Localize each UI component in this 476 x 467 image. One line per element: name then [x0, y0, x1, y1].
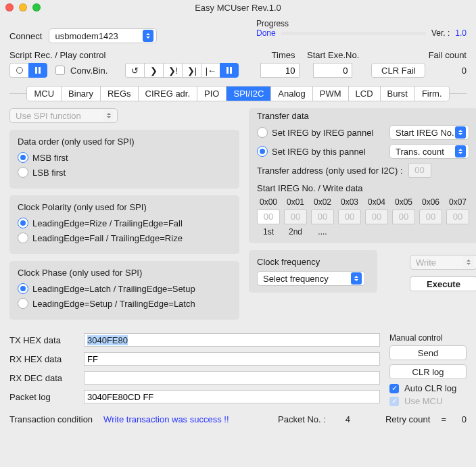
auto-clr-checkbox[interactable]: ✓: [389, 384, 399, 393]
tab-spi-i2c[interactable]: SPI/I2C: [227, 87, 271, 101]
rx-hex-label: RX HEX data: [9, 354, 77, 364]
chevron-updown-icon: [455, 126, 466, 139]
tab-pwm[interactable]: PWM: [313, 87, 349, 101]
progress-value: Done: [256, 28, 276, 38]
clr-fail-button[interactable]: CLR Fail: [371, 63, 425, 78]
tab-regs[interactable]: REGs: [101, 87, 139, 101]
clock-phase-label: Clock Phase (only used for SPI): [18, 268, 231, 278]
clock-freq-select[interactable]: Select frequency: [257, 271, 365, 286]
tab-cireg-adr-[interactable]: CIREG adr.: [139, 87, 197, 101]
start-exe-input[interactable]: [313, 63, 352, 78]
use-mcu-checkbox: ✓: [389, 397, 399, 406]
ireg-start-label: Start IREG No. / Write data: [257, 183, 469, 193]
titlebar: Easy MCUser Rev.1.0: [0, 0, 476, 15]
ireg-input: 00: [419, 210, 442, 224]
ireg-input: 00: [284, 210, 307, 224]
pol1-radio[interactable]: [18, 218, 28, 228]
tab-bar: MCUBinaryREGsCIREG adr.PIOSPI/I2CAnalogP…: [26, 86, 449, 101]
chevron-updown-icon: [463, 256, 474, 268]
clock-polarity-label: Clock Polarity (only used for SPI): [18, 202, 231, 212]
ireg-header: 0x02: [311, 197, 334, 207]
chevron-updown-icon: [103, 109, 114, 122]
port-select[interactable]: usbmodem1423: [49, 28, 157, 43]
packet-log-label: Packet log: [9, 392, 77, 402]
rx-hex-input[interactable]: [84, 352, 380, 366]
transfer-group: Transfer data Set IREG by IREG pannel St…: [249, 108, 476, 243]
packet-log-input[interactable]: [84, 390, 380, 403]
play-button[interactable]: ❯: [144, 63, 163, 78]
start-ireg-select[interactable]: Start IREG No.: [389, 125, 469, 140]
trans-cond-label: Transaction condition: [9, 414, 93, 424]
ireg-header: 0x06: [419, 197, 442, 207]
rec-pause-button[interactable]: [28, 63, 47, 78]
retry-label: Retry count: [385, 414, 430, 424]
spi-function-select[interactable]: Use SPI function: [9, 108, 118, 123]
tab-pio[interactable]: PIO: [197, 87, 227, 101]
ireg-header: 0x07: [446, 197, 469, 207]
progress-label: Progress: [256, 19, 467, 28]
clock-phase-group: Clock Phase (only used for SPI) LeadingE…: [9, 261, 239, 320]
packet-no-label: Packet No. :: [278, 414, 326, 424]
ireg-header: 0x00: [257, 197, 280, 207]
chevron-updown-icon: [143, 30, 153, 42]
conv-bin-checkbox[interactable]: [55, 66, 65, 75]
ireg-pannel-radio[interactable]: [257, 127, 268, 138]
ireg-input[interactable]: 00: [257, 210, 280, 224]
ireg-header: 0x01: [284, 197, 307, 207]
pha2-radio[interactable]: [18, 298, 28, 309]
step-next-button[interactable]: ❯|: [182, 63, 201, 78]
play-ex-button[interactable]: ❯!: [163, 63, 182, 78]
rec-section-label: Script Rec. / Play control: [9, 50, 260, 60]
loop-button[interactable]: ↺: [125, 63, 144, 78]
rx-dec-label: RX DEC data: [9, 373, 77, 383]
tab-firm-[interactable]: Firm.: [415, 87, 449, 101]
execute-button[interactable]: Execute: [410, 276, 476, 291]
rx-dec-input[interactable]: [84, 371, 380, 385]
ireg-value-row: 0000000000000000: [257, 210, 469, 224]
packet-no-value: 4: [337, 414, 350, 424]
times-input[interactable]: [260, 63, 300, 78]
tx-hex-label: TX HEX data: [9, 335, 77, 345]
tab-lcd[interactable]: LCD: [349, 87, 381, 101]
lsb-radio[interactable]: [18, 167, 28, 178]
ver-label: Ver. :: [431, 28, 450, 38]
clock-polarity-group: Clock Polarity (only used for SPI) Leadi…: [9, 195, 239, 254]
trans-count-select[interactable]: Trans. count: [389, 144, 469, 159]
data-order-label: Data order (only used for SPI): [18, 137, 231, 147]
chevron-updown-icon: [455, 145, 466, 157]
chevron-updown-icon: [351, 272, 362, 285]
ireg-input: 00: [446, 210, 469, 224]
clr-log-button[interactable]: CLR log: [389, 364, 467, 379]
ireg-header-row: 0x000x010x020x030x040x050x060x07: [257, 197, 469, 207]
port-value: usbmodem1423: [55, 31, 118, 41]
play-pause-button[interactable]: [220, 63, 239, 78]
ireg-header: 0x05: [392, 197, 415, 207]
pha1-radio[interactable]: [18, 283, 28, 294]
times-label: Times: [260, 50, 307, 60]
record-button[interactable]: [9, 63, 28, 78]
tab-analog[interactable]: Analog: [271, 87, 312, 101]
msb-radio[interactable]: [18, 152, 28, 163]
rw-select[interactable]: Write: [410, 255, 476, 270]
tab-mcu[interactable]: MCU: [27, 87, 62, 101]
clock-freq-group: Clock frequency Select frequency: [249, 250, 377, 293]
tab-binary[interactable]: Binary: [62, 87, 101, 101]
ireg-header: 0x04: [365, 197, 388, 207]
conv-bin-label: Conv.Bin.: [70, 66, 108, 76]
ireg-header: 0x03: [338, 197, 361, 207]
ireg-input: 00: [365, 210, 388, 224]
this-pannel-radio[interactable]: [257, 146, 268, 157]
send-button[interactable]: Send: [389, 345, 467, 360]
fail-count-label: Fail count: [429, 50, 467, 60]
transfer-title: Transfer data: [257, 111, 469, 121]
tx-hex-input[interactable]: 3040FE80: [84, 333, 380, 347]
trans-cond-msg: Write transaction was success !!: [103, 414, 229, 424]
window-title: Easy MCUser Rev.1.0: [0, 3, 476, 13]
connect-label: Connect: [9, 31, 42, 41]
ireg-input: 00: [392, 210, 415, 224]
step-prev-button[interactable]: |←: [201, 63, 220, 78]
progress-bar: [281, 32, 426, 35]
pol2-radio[interactable]: [18, 232, 28, 243]
record-icon: [16, 67, 23, 74]
tab-burst[interactable]: Burst: [381, 87, 415, 101]
